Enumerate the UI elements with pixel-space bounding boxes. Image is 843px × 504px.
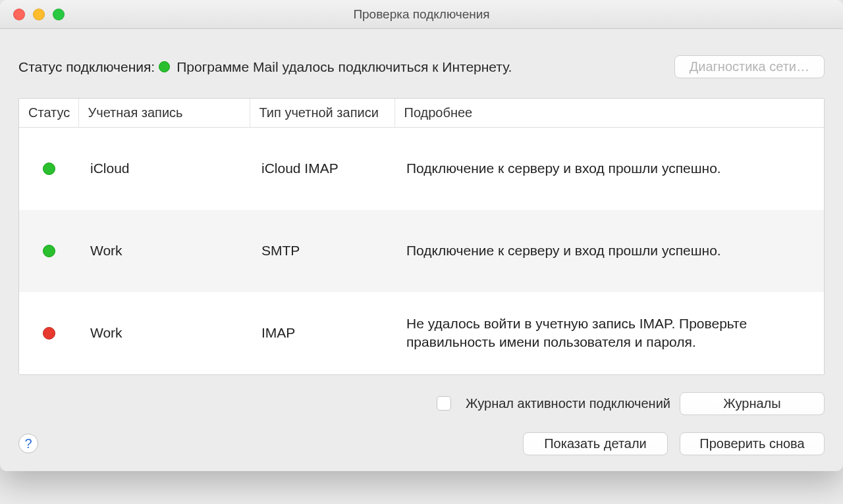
status-label: Статус подключения:: [18, 59, 155, 75]
connection-doctor-window: Проверка подключения Статус подключения:…: [0, 0, 843, 471]
window-body: Статус подключения: Программе Mail удало…: [0, 29, 843, 471]
titlebar[interactable]: Проверка подключения: [0, 0, 843, 29]
status-ok-icon: [43, 245, 55, 257]
table-header-row: Статус Учетная запись Тип учетной записи…: [19, 99, 824, 128]
footer-row: ? Показать детали Проверить снова: [18, 432, 825, 455]
cell-details: Подключение к серверу и вход прошли успе…: [394, 128, 824, 210]
window-title: Проверка подключения: [0, 7, 843, 22]
cell-type: IMAP: [250, 292, 394, 374]
table-row[interactable]: Work IMAP Не удалось войти в учетную зап…: [19, 292, 824, 374]
status-error-icon: [43, 327, 55, 340]
cell-details: Подключение к серверу и вход прошли успе…: [394, 210, 824, 292]
accounts-table: Статус Учетная запись Тип учетной записи…: [18, 98, 825, 375]
show-details-button[interactable]: Показать детали: [523, 432, 668, 455]
activity-log-label: Журнал активности подключений: [466, 396, 670, 411]
cell-details: Не удалось войти в учетную запись IMAP. …: [394, 292, 824, 374]
table-row[interactable]: iCloud iCloud IMAP Подключение к серверу…: [19, 128, 824, 210]
col-header-account[interactable]: Учетная запись: [78, 99, 250, 128]
status-dot-icon: [159, 61, 170, 72]
log-row: Журнал активности подключений Журналы: [18, 392, 825, 415]
network-diagnostics-button[interactable]: Диагностика сети…: [674, 55, 825, 78]
col-header-details[interactable]: Подробнее: [394, 99, 824, 128]
cell-type: SMTP: [250, 210, 394, 292]
activity-log-checkbox[interactable]: [437, 396, 451, 411]
cell-type: iCloud IMAP: [250, 128, 394, 210]
check-again-button[interactable]: Проверить снова: [680, 432, 825, 455]
col-header-status[interactable]: Статус: [19, 99, 78, 128]
status-message: Программе Mail удалось подключиться к Ин…: [177, 59, 512, 75]
cell-account: iCloud: [78, 128, 250, 210]
status-ok-icon: [43, 163, 55, 175]
status-line: Статус подключения: Программе Mail удало…: [18, 55, 825, 78]
help-icon[interactable]: ?: [18, 434, 38, 453]
table-row[interactable]: Work SMTP Подключение к серверу и вход п…: [19, 210, 824, 292]
cell-account: Work: [78, 210, 250, 292]
logs-button[interactable]: Журналы: [680, 392, 825, 415]
col-header-type[interactable]: Тип учетной записи: [250, 99, 394, 128]
cell-account: Work: [78, 292, 250, 374]
